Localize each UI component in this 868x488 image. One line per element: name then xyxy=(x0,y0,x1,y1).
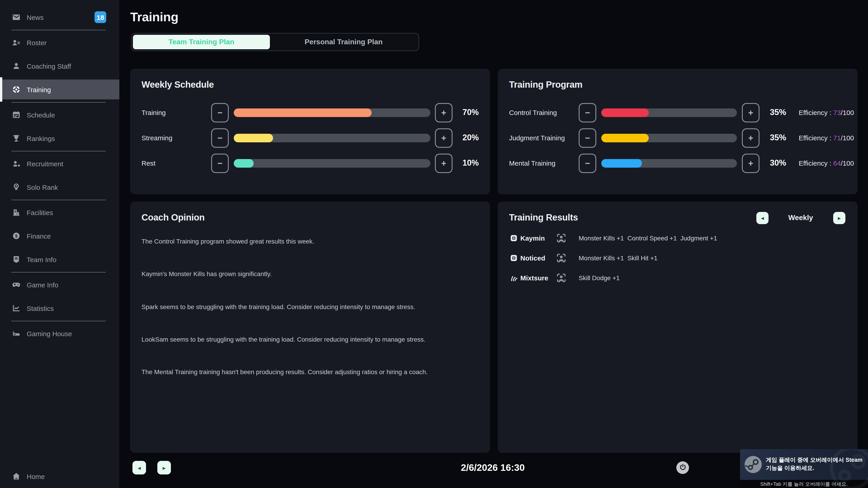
player-name: Noticed xyxy=(520,254,545,262)
increase-button[interactable]: + xyxy=(742,154,760,173)
steam-logo-icon xyxy=(745,456,762,473)
percent-value: 70% xyxy=(463,108,479,117)
chevron-left-icon: ◂ xyxy=(138,464,141,471)
sidebar-item-team-info[interactable]: Team Info xyxy=(0,250,119,269)
sidebar-item-roster[interactable]: Roster xyxy=(0,33,119,53)
percent-value: 35% xyxy=(760,133,786,142)
slider-label: Rest xyxy=(142,159,156,167)
page-title: Training xyxy=(130,10,178,24)
decrease-button[interactable]: − xyxy=(211,128,229,148)
training-plan-tabs: Team Training Plan Personal Training Pla… xyxy=(131,33,419,51)
sidebar-item-news[interactable]: News 18 xyxy=(0,7,119,27)
role-frame-icon xyxy=(510,254,518,262)
slider-track xyxy=(234,159,430,168)
sidebar-item-label: Recruitment xyxy=(27,160,63,167)
chevron-right-icon: ▸ xyxy=(838,215,841,221)
sidebar: News 18 Roster Coaching Staff Training xyxy=(0,0,119,488)
increase-button[interactable]: + xyxy=(742,128,760,148)
decrease-button[interactable]: − xyxy=(579,154,596,173)
slider-row-training: Training − + 70% xyxy=(130,103,490,123)
stat-gains: Skill Dodge +1 xyxy=(579,274,620,282)
sidebar-item-finance[interactable]: $ Finance xyxy=(0,226,119,246)
sidebar-divider xyxy=(11,272,106,272)
tab-team-training-plan[interactable]: Team Training Plan xyxy=(133,35,270,49)
training-program-panel: Training Program Control Training − + 35… xyxy=(498,69,858,194)
decrease-button[interactable]: − xyxy=(211,154,229,173)
slider-label: Mental Training xyxy=(509,159,555,167)
sidebar-item-coaching-staff[interactable]: Coaching Staff xyxy=(0,56,119,76)
sidebar-divider xyxy=(11,200,106,200)
main-content: Training Team Training Plan Personal Tra… xyxy=(119,0,868,488)
roster-icon xyxy=(12,38,21,47)
increase-button[interactable]: + xyxy=(435,154,453,173)
sidebar-item-label: News xyxy=(27,13,43,21)
sidebar-item-label: Rankings xyxy=(27,134,55,142)
person-plus-icon xyxy=(12,159,21,168)
panel-title: Weekly Schedule xyxy=(142,79,214,90)
period-prev-button[interactable]: ◂ xyxy=(756,212,769,224)
bed-icon xyxy=(12,329,21,338)
training-results-panel: Training Results ◂ Weekly ▸ Kaymin Monst… xyxy=(498,201,858,453)
sidebar-item-training[interactable]: Training xyxy=(0,79,119,99)
sidebar-item-label: Home xyxy=(27,473,45,480)
active-item-indicator xyxy=(0,77,2,102)
player-avatar-icon xyxy=(556,232,567,244)
sidebar-item-recruitment[interactable]: Recruitment xyxy=(0,154,119,173)
decrease-button[interactable]: − xyxy=(211,103,229,123)
sidebar-item-home[interactable]: Home xyxy=(0,466,119,486)
slider-fill xyxy=(601,108,649,117)
coin-icon: $ xyxy=(12,231,21,240)
panel-title: Training Results xyxy=(509,213,578,223)
chart-line-icon xyxy=(12,304,21,313)
calendar-icon xyxy=(12,110,21,119)
page-prev-button[interactable]: ◂ xyxy=(132,461,146,475)
sidebar-item-solo-rank[interactable]: Solo Rank xyxy=(0,177,119,197)
sidebar-item-label: Game Info xyxy=(27,281,58,289)
tab-personal-training-plan[interactable]: Personal Training Plan xyxy=(270,35,417,49)
coach-opinion-panel: Coach Opinion The Control Training progr… xyxy=(130,201,490,453)
sidebar-item-label: Roster xyxy=(27,39,46,46)
page-next-button[interactable]: ▸ xyxy=(157,461,171,475)
sidebar-divider xyxy=(11,321,106,321)
efficiency-readout: Efficiency : 64/100 xyxy=(799,159,854,167)
role-grass-icon xyxy=(510,274,518,282)
sidebar-item-facilities[interactable]: Facilities xyxy=(0,202,119,222)
sidebar-item-gaming-house[interactable]: Gaming House xyxy=(0,324,119,344)
efficiency-readout: Efficiency : 71/100 xyxy=(799,134,854,142)
steam-toast-message: 게임 플레이 중에 오버레이에서 Steam 기능을 이용하세요. xyxy=(766,457,865,473)
coach-opinion-line: Kaymin's Monster Kills has grown signifi… xyxy=(142,270,479,278)
percent-value: 35% xyxy=(760,108,786,117)
sidebar-item-game-info[interactable]: Game Info xyxy=(0,275,119,295)
decrease-button[interactable]: − xyxy=(579,128,596,148)
svg-text:$: $ xyxy=(15,234,18,238)
slider-fill xyxy=(234,159,253,168)
sidebar-item-rankings[interactable]: Rankings xyxy=(0,128,119,148)
trophy-icon xyxy=(12,134,21,143)
player-name: Kaymin xyxy=(520,234,545,242)
percent-value: 30% xyxy=(760,158,786,168)
sidebar-item-schedule[interactable]: Schedule xyxy=(0,105,119,125)
decrease-button[interactable]: − xyxy=(579,103,596,123)
sidebar-item-label: Training xyxy=(27,86,51,93)
power-button[interactable] xyxy=(676,461,689,474)
efficiency-value: 71 xyxy=(833,134,841,142)
panel-title: Training Program xyxy=(509,79,583,90)
sidebar-item-label: Facilities xyxy=(27,208,53,216)
coach-opinion-line: The Control Training program showed grea… xyxy=(142,238,479,245)
steam-toast-body: 게임 플레이 중에 오버레이에서 Steam 기능을 이용하세요. xyxy=(740,449,868,480)
slider-row-streaming: Streaming − + 20% xyxy=(130,128,490,148)
panel-title: Coach Opinion xyxy=(142,213,205,223)
increase-button[interactable]: + xyxy=(435,103,453,123)
increase-button[interactable]: + xyxy=(435,128,453,148)
slider-track xyxy=(234,108,430,117)
sidebar-item-statistics[interactable]: Statistics xyxy=(0,298,119,318)
slider-label: Judgment Training xyxy=(509,134,565,142)
sidebar-divider xyxy=(11,102,106,103)
period-next-button[interactable]: ▸ xyxy=(833,212,845,224)
increase-button[interactable]: + xyxy=(742,103,760,123)
player-name: Mixtsure xyxy=(520,274,548,282)
crosshair-icon xyxy=(12,85,21,94)
sidebar-item-label: Schedule xyxy=(27,111,55,119)
result-row: Kaymin Monster Kills +1 Control Speed +1… xyxy=(498,228,858,248)
medal-icon xyxy=(12,183,21,192)
